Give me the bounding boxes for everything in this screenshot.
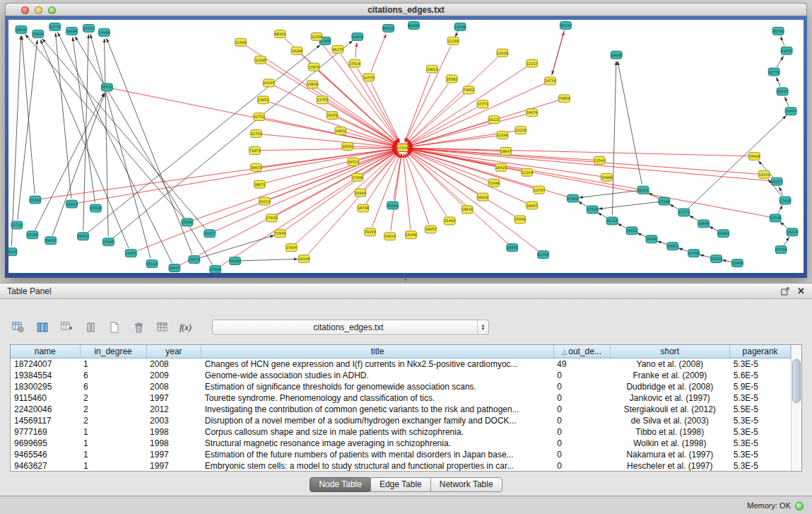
graph-edge[interactable] bbox=[780, 222, 788, 228]
graph-node[interactable]: 15493 bbox=[444, 217, 455, 225]
window-titlebar[interactable]: citations_edges.txt bbox=[5, 3, 807, 16]
cell-in_degree[interactable]: 2 bbox=[80, 392, 146, 404]
cell-in_degree[interactable]: 2 bbox=[80, 404, 146, 415]
graph-node[interactable]: 15479 bbox=[326, 112, 338, 119]
graph-node[interactable]: 71873 bbox=[249, 146, 260, 154]
graph-node[interactable]: 16415 bbox=[495, 163, 507, 171]
graph-edge[interactable] bbox=[784, 237, 789, 245]
table-row[interactable]: 969969511998Structural magnetic resonanc… bbox=[11, 438, 791, 449]
graph-edge[interactable] bbox=[320, 41, 399, 143]
graph-node[interactable]: 15938 bbox=[748, 152, 760, 160]
graph-node[interactable]: 14986 bbox=[98, 28, 110, 36]
graph-edge[interactable] bbox=[690, 216, 699, 221]
graph-node[interactable]: 17296 bbox=[659, 197, 670, 205]
graph-node[interactable]: 15929 bbox=[90, 204, 101, 212]
graph-node[interactable]: 17875 bbox=[308, 63, 319, 71]
cell-year[interactable]: 2009 bbox=[146, 370, 201, 381]
graph-node[interactable]: 13757 bbox=[534, 186, 545, 194]
graph-node[interactable]: 15582 bbox=[446, 75, 457, 83]
graph-node[interactable]: 16284 bbox=[27, 231, 38, 239]
graph-node[interactable]: 18738 bbox=[358, 204, 369, 212]
graph-node[interactable]: 11743 bbox=[49, 23, 61, 30]
graph-node[interactable]: 25160 bbox=[30, 196, 41, 204]
graph-node[interactable]: 14200 bbox=[291, 47, 302, 54]
graph-node[interactable]: 59051 bbox=[45, 237, 57, 245]
tab-node-table[interactable]: Node Table bbox=[310, 477, 371, 492]
cell-out_degree[interactable]: 0 bbox=[553, 415, 610, 426]
graph-node[interactable]: 96114 bbox=[146, 260, 158, 268]
graph-node[interactable]: 20531 bbox=[101, 83, 112, 91]
graph-edge[interactable] bbox=[670, 204, 679, 210]
graph-node[interactable]: 20846 bbox=[33, 30, 44, 37]
cell-title[interactable]: Estimation of the future numbers of pati… bbox=[201, 449, 554, 460]
graph-node[interactable]: 15248 bbox=[406, 231, 417, 239]
graph-node[interactable]: 16684 bbox=[66, 27, 78, 35]
cell-pagerank[interactable]: 5.9E-5 bbox=[730, 381, 791, 392]
graph-node[interactable]: 18549 bbox=[461, 206, 473, 214]
graph-node[interactable]: 11733 bbox=[11, 221, 23, 229]
graph-edge[interactable] bbox=[688, 115, 787, 209]
cell-year[interactable]: 1997 bbox=[146, 460, 201, 472]
graph-edge[interactable] bbox=[404, 153, 428, 223]
table-row[interactable]: 2242004622012Investigating the contribut… bbox=[11, 404, 791, 415]
graph-node[interactable]: 17634 bbox=[210, 266, 221, 273]
cell-title[interactable]: Corpus callosum shape and size in male p… bbox=[201, 426, 554, 438]
cell-title[interactable]: Tourette syndrome. Phenomenology and cla… bbox=[201, 392, 554, 404]
graph-node[interactable]: 10775 bbox=[363, 74, 375, 81]
row-height-icon[interactable] bbox=[82, 320, 99, 335]
column-header-pagerank[interactable]: pagerank bbox=[730, 345, 791, 358]
graph-node[interactable]: 16313 bbox=[259, 197, 270, 205]
graph-node[interactable]: 85723 bbox=[383, 24, 394, 32]
cell-out_degree[interactable]: 0 bbox=[553, 392, 610, 404]
graph-node[interactable]: 12106 bbox=[497, 132, 508, 139]
graph-node[interactable]: 96112 bbox=[606, 217, 618, 225]
cell-pagerank[interactable]: 5.5E-5 bbox=[730, 404, 791, 415]
graph-node[interactable]: 59051 bbox=[78, 233, 89, 240]
close-panel-icon[interactable]: ✕ bbox=[797, 287, 805, 296]
graph-hub-node[interactable]: 17240 bbox=[397, 144, 408, 152]
graph-edge[interactable] bbox=[785, 97, 789, 106]
graph-edge[interactable] bbox=[578, 201, 587, 207]
graph-edge[interactable] bbox=[777, 77, 781, 86]
graph-node[interactable]: 74850 bbox=[559, 95, 570, 103]
graph-edge[interactable] bbox=[612, 62, 616, 216]
graph-edge[interactable] bbox=[657, 241, 667, 245]
cell-name[interactable]: 9699695 bbox=[11, 438, 80, 449]
graph-node[interactable]: 18125 bbox=[8, 248, 17, 256]
cell-pagerank[interactable]: 5.3E-5 bbox=[730, 358, 791, 370]
cell-short[interactable]: Stergiakouli et al. (2012) bbox=[610, 404, 730, 415]
graph-edge[interactable] bbox=[408, 66, 527, 144]
graph-edge[interactable] bbox=[52, 93, 105, 235]
cell-pagerank[interactable]: 5.3E-5 bbox=[730, 426, 791, 438]
close-window-button[interactable] bbox=[21, 6, 29, 14]
cell-out_degree[interactable]: 0 bbox=[553, 381, 610, 392]
column-header-out_de[interactable]: △out_de... bbox=[553, 345, 610, 358]
graph-node[interactable]: 18547 bbox=[169, 264, 180, 272]
graph-node[interactable]: 96186 bbox=[230, 257, 241, 265]
graph-edge[interactable] bbox=[11, 36, 20, 246]
create-column-icon[interactable] bbox=[58, 320, 75, 335]
graph-node[interactable]: 18957 bbox=[526, 201, 538, 209]
graph-node[interactable]: 14454 bbox=[785, 107, 796, 115]
graph-node[interactable]: 18052 bbox=[667, 243, 678, 250]
graph-edge[interactable] bbox=[241, 259, 298, 260]
column-header-year[interactable]: year bbox=[146, 345, 201, 358]
graph-node[interactable]: 10996 bbox=[601, 173, 612, 181]
cell-title[interactable]: Estimation of significance thresholds fo… bbox=[201, 381, 554, 392]
cell-title[interactable]: Embryonic stem cells: a model to study s… bbox=[201, 460, 554, 472]
cell-short[interactable]: Nakamura et al. (1997) bbox=[610, 449, 730, 460]
graph-edge[interactable] bbox=[40, 40, 129, 248]
cell-year[interactable]: 2008 bbox=[146, 358, 201, 370]
graph-node[interactable]: 95196 bbox=[772, 27, 784, 35]
cell-short[interactable]: Jankovic et al. (1997) bbox=[610, 392, 730, 404]
graph-edge[interactable] bbox=[403, 154, 410, 229]
graph-node[interactable]: 12771 bbox=[678, 209, 690, 216]
tab-edge-table[interactable]: Edge Table bbox=[370, 477, 431, 492]
delete-icon[interactable] bbox=[130, 320, 147, 335]
graph-node[interactable]: 17933 bbox=[266, 214, 277, 222]
graph-node[interactable]: 16940 bbox=[352, 33, 363, 40]
table-mode-icon[interactable] bbox=[10, 320, 27, 335]
graph-node[interactable]: 22406 bbox=[235, 38, 247, 46]
cell-short[interactable]: Yano et al. (2008) bbox=[610, 358, 730, 370]
graph-node[interactable]: 12258 bbox=[311, 33, 322, 40]
